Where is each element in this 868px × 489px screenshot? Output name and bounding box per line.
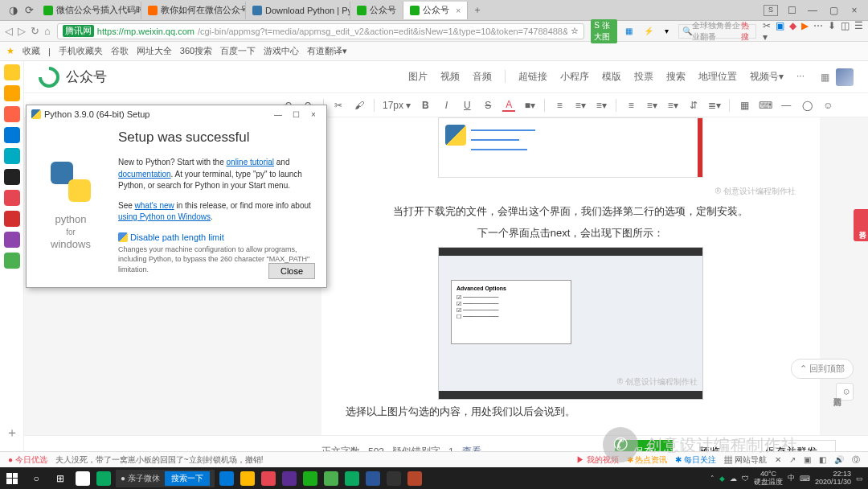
ext-flash-icon[interactable]: ⚡ — [641, 26, 657, 36]
rail-app[interactable] — [4, 106, 20, 122]
wx-menu-item[interactable]: 模版 — [602, 70, 621, 84]
wx-menu-item[interactable]: 图片 — [408, 70, 428, 84]
nav-home-icon[interactable]: ⌂ — [44, 25, 51, 37]
wx-menu-item[interactable]: 地理位置 — [698, 70, 737, 84]
list-button[interactable]: ≡ — [624, 100, 637, 111]
rail-app[interactable] — [4, 253, 20, 269]
taskbar-app[interactable] — [72, 467, 93, 489]
bm-item[interactable]: 手机收藏夹 — [59, 45, 103, 57]
table-button[interactable]: ▦ — [738, 100, 751, 111]
tab-1[interactable]: 微信公众号插入代码时什么要思... — [37, 2, 141, 19]
status-icon[interactable]: ◧ — [819, 455, 826, 464]
status-icon[interactable]: Ⓠ — [852, 454, 860, 466]
window-restore-icon[interactable]: ☐ — [784, 5, 799, 16]
status-link[interactable]: ▦ 网站导航 — [724, 454, 767, 466]
refresh-icon[interactable]: ⟳ — [21, 2, 37, 18]
spacing-button[interactable]: ⇵ — [687, 100, 700, 111]
window-close-icon[interactable]: × — [847, 5, 862, 16]
nav-forward-icon[interactable]: ▷ — [18, 25, 26, 37]
status-icon[interactable]: ✕ — [775, 455, 781, 464]
cortana-icon[interactable]: ○ — [24, 467, 48, 489]
status-link[interactable]: ✱ 热点资讯 — [627, 454, 668, 466]
close-tab-icon[interactable]: × — [456, 6, 461, 15]
tray-ime-icon[interactable]: 中 — [788, 473, 795, 483]
wx-menu-item[interactable]: 视频号▾ — [750, 70, 784, 84]
promo-red-tab[interactable]: 抖音奖 — [854, 209, 868, 241]
tray-up-icon[interactable]: ˄ — [710, 475, 714, 483]
help-float-button[interactable]: ⊙遇到问题 — [836, 383, 854, 401]
windows-link[interactable]: using Python on Windows — [118, 212, 211, 221]
tray-clock[interactable]: 22:13 2020/11/30 — [815, 471, 851, 487]
ext-orange-icon[interactable]: ▶ — [801, 20, 809, 43]
fontsize-select[interactable]: 17px ▾ — [383, 100, 411, 111]
taskbar-search-button[interactable]: 搜索一下 — [165, 471, 210, 486]
window-maximize-icon[interactable]: ▢ — [826, 5, 841, 16]
document-body[interactable]: ® 创意设计编程制作社 当打开下载完的文件，会弹出这个界面，我们选择第二行的选项… — [321, 117, 820, 435]
new-tab-button[interactable]: ＋ — [468, 3, 487, 17]
dialog-maximize-icon[interactable]: ☐ — [288, 108, 304, 121]
taskview-icon[interactable]: ⊞ — [48, 467, 72, 489]
tab-5-active[interactable]: 公众号× — [403, 2, 468, 19]
bm-item[interactable]: 360搜索 — [180, 45, 212, 57]
today-pick-label[interactable]: ● 今日优选 — [8, 454, 47, 466]
bookmark-star-icon[interactable]: ★ — [6, 46, 14, 56]
status-link[interactable]: ✱ 每日关注 — [675, 454, 716, 466]
wx-menu-item[interactable]: 超链接 — [518, 70, 547, 84]
taskbar-app[interactable] — [258, 467, 279, 489]
taskbar-app[interactable] — [404, 467, 425, 489]
ext-green-chip[interactable]: S 张大图 — [591, 19, 617, 43]
rail-app[interactable] — [4, 148, 20, 164]
rail-app[interactable] — [4, 64, 20, 80]
rail-app[interactable] — [4, 127, 20, 143]
brush-icon[interactable]: 🖌 — [353, 100, 366, 111]
align-button[interactable]: ≡ — [553, 100, 566, 111]
browser-menu-icon[interactable]: ◑ — [5, 2, 21, 18]
italic-button[interactable]: I — [440, 100, 452, 111]
status-icon[interactable]: ▣ — [804, 455, 811, 464]
news-ticker[interactable]: 夫人没死，带了一窝崽小板的回国了~立刻封锁机场，撤销! — [55, 454, 264, 466]
wx-menu-item[interactable]: 投票 — [634, 70, 653, 84]
dialog-close-icon[interactable]: × — [305, 108, 321, 121]
tab-3[interactable]: Download Python | Python.o — [246, 2, 350, 19]
bm-item[interactable]: 百度一下 — [220, 45, 256, 57]
bm-item[interactable]: 谷歌 — [111, 45, 129, 57]
tray-notifications-icon[interactable]: ▭ — [856, 475, 863, 483]
font-color-button[interactable]: A — [502, 99, 515, 112]
ext-download-icon[interactable]: ⬇ — [828, 20, 836, 43]
whatsnew-link[interactable]: what's new — [135, 201, 174, 210]
ext-pip-icon[interactable]: ◫ — [841, 20, 850, 43]
bm-item[interactable]: 收藏 — [23, 45, 40, 57]
tab-2[interactable]: 教你如何在微信公众号优雅的发 — [141, 2, 246, 19]
taskbar-app[interactable] — [300, 467, 321, 489]
taskbar-app[interactable] — [93, 467, 114, 489]
wx-menu-item[interactable]: 搜索 — [666, 70, 686, 84]
taskbar-search[interactable]: ● 亲子微休 搜索一下 — [116, 470, 215, 487]
ext-blue-icon[interactable]: ▣ — [776, 20, 784, 43]
cut-icon[interactable]: ✂ — [332, 100, 345, 111]
tray-icon[interactable]: ◆ — [719, 475, 725, 483]
wx-grid-icon[interactable]: ▦ — [821, 72, 829, 83]
dialog-minimize-icon[interactable]: — — [270, 108, 286, 121]
status-link[interactable]: ▶ 我的视频 — [576, 454, 619, 466]
address-star-icon[interactable]: ☆ — [571, 26, 579, 36]
underline-button[interactable]: U — [461, 100, 473, 111]
ext-dropdown-icon[interactable]: ▾ — [661, 26, 672, 36]
hr-button[interactable]: — — [780, 100, 792, 111]
tray-icon[interactable]: 🛡 — [742, 475, 749, 483]
wx-menu-item[interactable]: 音频 — [473, 70, 492, 84]
top-search-input[interactable]: 🔍 全球独角兽企业翻番 热搜 — [678, 24, 756, 39]
align-button[interactable]: ≡▾ — [574, 100, 587, 111]
list-button[interactable]: ≡▾ — [645, 100, 658, 111]
nav-back-icon[interactable]: ◁ — [5, 25, 13, 37]
emoji-button[interactable]: ☺ — [821, 100, 834, 111]
bg-color-button[interactable]: ■▾ — [523, 100, 536, 111]
code-button[interactable]: ⌨ — [759, 100, 772, 111]
clear-button[interactable]: ◯ — [800, 100, 813, 111]
rail-app[interactable] — [4, 169, 20, 185]
bm-item[interactable]: 网址大全 — [137, 45, 172, 57]
wx-menu-item[interactable]: 小程序 — [560, 70, 589, 84]
taskbar-app[interactable] — [279, 467, 300, 489]
close-button[interactable]: Close — [268, 263, 315, 279]
nav-reload-icon[interactable]: ↻ — [31, 25, 39, 37]
taskbar-app[interactable] — [383, 467, 404, 489]
